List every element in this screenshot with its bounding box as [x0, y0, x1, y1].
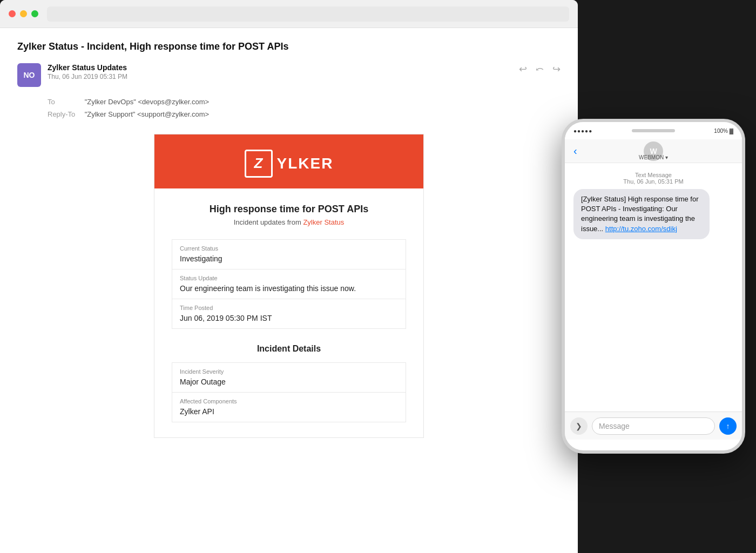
table-row: Incident Severity Major Outage: [172, 362, 406, 392]
components-label: Affected Components: [180, 398, 398, 404]
current-status-value: Investigating: [180, 254, 222, 263]
signal-icon: ●●●●●: [573, 128, 592, 134]
email-template-header: Z YLKER: [154, 134, 423, 188]
reply-all-button[interactable]: ⤺: [536, 63, 544, 75]
sender-avatar: NO: [17, 63, 41, 87]
current-status-cell: Current Status Investigating: [172, 239, 406, 269]
email-body-container: Z YLKER High response time for POST APIs…: [17, 134, 561, 438]
current-status-label: Current Status: [180, 245, 398, 252]
components-value: Zylker API: [180, 407, 214, 416]
close-button[interactable]: [9, 10, 16, 17]
contact-name: WEBMON ▾: [639, 154, 668, 160]
titlebar-search: [47, 6, 569, 22]
message-input[interactable]: Message: [592, 417, 715, 435]
email-to-line: To "Zylker DevOps" <devops@zylker.com>: [48, 96, 561, 108]
table-row: Current Status Investigating: [172, 239, 406, 269]
email-actions: ↩ ⤺ ↪: [519, 63, 561, 75]
message-timestamp: Text Message Thu, 06 Jun, 05:31 PM: [573, 172, 733, 185]
message-date: Thu, 06 Jun, 05:31 PM: [573, 178, 733, 185]
sender-name: Zylker Status Updates: [48, 63, 519, 72]
phone-status-bar: ●●●●● 100% ▓: [565, 122, 742, 139]
incident-source-text: Incident updates from: [234, 218, 301, 226]
status-update-cell: Status Update Our engineering team is in…: [172, 269, 406, 299]
reply-button[interactable]: ↩: [519, 63, 527, 75]
message-action-button[interactable]: ❯: [570, 417, 588, 435]
forward-button[interactable]: ↪: [552, 63, 561, 75]
message-type-label: Text Message: [573, 172, 733, 178]
severity-cell: Incident Severity Major Outage: [172, 362, 406, 392]
send-button[interactable]: ↑: [719, 417, 737, 435]
incident-details-table: Incident Severity Major Outage Affected …: [172, 362, 406, 422]
minimize-button[interactable]: [20, 10, 27, 17]
to-value: "Zylker DevOps" <devops@zylker.com>: [85, 98, 210, 106]
email-content: Zylker Status - Incident, High response …: [0, 28, 578, 451]
phone-nav: ‹ W WEBMON ▾: [565, 139, 742, 163]
message-bubble: [Zylker Status] High response time for P…: [573, 189, 710, 239]
email-subject: Zylker Status - Incident, High response …: [17, 41, 561, 52]
logo-z-icon: Z: [245, 150, 273, 178]
phone-notch: [632, 129, 675, 132]
phone-input-bar: ❯ Message ↑: [565, 412, 742, 440]
battery-label: 100%: [714, 128, 728, 134]
components-cell: Affected Components Zylker API: [172, 392, 406, 422]
incident-source: Incident updates from Zylker Status: [172, 218, 406, 226]
table-row: Time Posted Jun 06, 2019 05:30 PM IST: [172, 299, 406, 328]
phone-mockup: ●●●●● 100% ▓ ‹ W WEBMON ▾ Text Message T…: [562, 119, 745, 454]
battery-icon: ▓: [730, 128, 733, 134]
email-meta: To "Zylker DevOps" <devops@zylker.com> R…: [17, 93, 561, 123]
time-posted-label: Time Posted: [180, 305, 398, 311]
time-posted-cell: Time Posted Jun 06, 2019 05:30 PM IST: [172, 299, 406, 328]
status-update-label: Status Update: [180, 275, 398, 281]
email-template-body: High response time for POST APIs Inciden…: [154, 188, 423, 437]
status-update-value: Our engineering team is investigating th…: [180, 284, 356, 293]
replyto-value: "Zylker Support" <support@zylker.com>: [85, 110, 210, 118]
incident-source-link[interactable]: Zylker Status: [303, 218, 344, 226]
action-icon: ❯: [576, 422, 582, 430]
zylker-logo: Z YLKER: [165, 150, 413, 178]
message-placeholder: Message: [599, 422, 630, 430]
status-info-table: Current Status Investigating Status Upda…: [172, 239, 406, 329]
email-window: Zylker Status - Incident, High response …: [0, 0, 578, 553]
email-replyto-line: Reply-To "Zylker Support" <support@zylke…: [48, 108, 561, 120]
sender-info: Zylker Status Updates Thu, 06 Jun 2019 0…: [48, 63, 519, 80]
window-titlebar: [0, 0, 578, 28]
severity-value: Major Outage: [180, 377, 226, 386]
phone-messages: Text Message Thu, 06 Jun, 05:31 PM [Zylk…: [565, 163, 742, 412]
replyto-label: Reply-To: [48, 108, 83, 120]
battery-indicator: 100% ▓: [714, 128, 733, 134]
table-row: Status Update Our engineering team is in…: [172, 269, 406, 299]
email-header: NO Zylker Status Updates Thu, 06 Jun 201…: [17, 63, 561, 87]
maximize-button[interactable]: [31, 10, 38, 17]
severity-label: Incident Severity: [180, 368, 398, 375]
time-posted-value: Jun 06, 2019 05:30 PM IST: [180, 314, 272, 322]
email-template: Z YLKER High response time for POST APIs…: [154, 134, 424, 438]
message-link[interactable]: http://tu.zoho.com/sdikj: [605, 225, 677, 233]
sender-date: Thu, 06 Jun 2019 05:31 PM: [48, 73, 519, 80]
incident-details-title: Incident Details: [172, 344, 406, 354]
to-label: To: [48, 96, 83, 108]
incident-title: High response time for POST APIs: [172, 204, 406, 215]
back-button[interactable]: ‹: [573, 145, 577, 157]
table-row: Affected Components Zylker API: [172, 392, 406, 422]
logo-text: YLKER: [277, 155, 334, 172]
send-icon: ↑: [726, 422, 730, 430]
